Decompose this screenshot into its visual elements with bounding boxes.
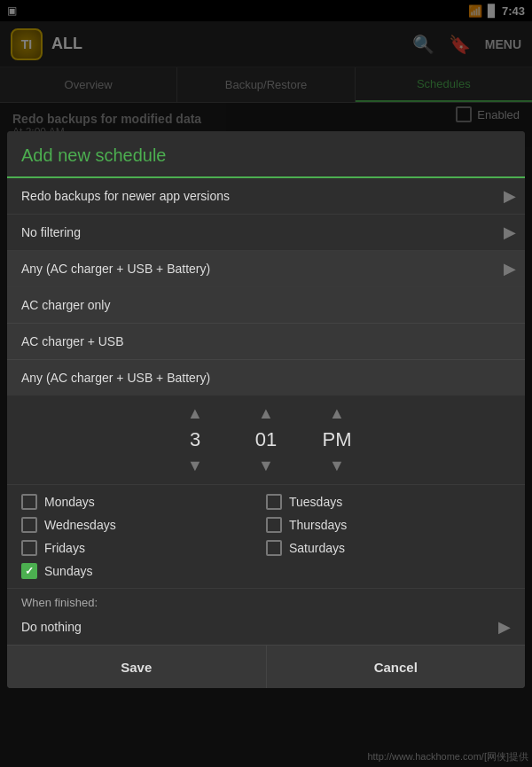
backup-type-row[interactable]: Redo backups for newer app versions ▶ bbox=[7, 178, 525, 215]
when-finished-label: When finished: bbox=[21, 596, 511, 609]
friday-checkbox[interactable] bbox=[21, 540, 37, 556]
day-monday[interactable]: Mondays bbox=[21, 494, 266, 510]
sunday-label: Sundays bbox=[44, 564, 92, 578]
dialog-buttons: Save Cancel bbox=[7, 645, 525, 688]
period-down-arrow[interactable]: ▼ bbox=[329, 455, 345, 477]
filter-label: No filtering bbox=[21, 225, 81, 239]
day-friday[interactable]: Fridays bbox=[21, 540, 266, 556]
when-finished-value: Do nothing bbox=[21, 620, 82, 634]
backup-type-label: Redo backups for newer app versions bbox=[21, 189, 230, 203]
charger-dropdown: AC charger only AC charger + USB Any (AC… bbox=[7, 287, 525, 395]
period-value: PM bbox=[323, 425, 352, 455]
filter-arrow: ▶ bbox=[504, 223, 516, 242]
dialog-title-bar: Add new schedule bbox=[7, 131, 525, 178]
day-tuesday[interactable]: Tuesdays bbox=[266, 494, 511, 510]
wednesday-label: Wednesdays bbox=[44, 518, 116, 532]
thursday-label: Thursdays bbox=[289, 518, 347, 532]
charger-option-2[interactable]: AC charger + USB bbox=[7, 324, 525, 360]
minute-down-arrow[interactable]: ▼ bbox=[258, 455, 274, 477]
charger-type-row[interactable]: Any (AC charger + USB + Battery) ▶ bbox=[7, 251, 525, 287]
saturday-label: Saturdays bbox=[289, 541, 345, 555]
hour-down-arrow[interactable]: ▼ bbox=[187, 455, 203, 477]
add-schedule-dialog: Add new schedule Redo backups for newer … bbox=[7, 131, 525, 688]
minute-up-arrow[interactable]: ▲ bbox=[258, 403, 274, 425]
filter-row[interactable]: No filtering ▶ bbox=[7, 215, 525, 251]
tuesday-label: Tuesdays bbox=[289, 495, 342, 509]
when-finished-arrow: ▶ bbox=[498, 617, 511, 637]
friday-label: Fridays bbox=[44, 541, 85, 555]
days-grid: Mondays Tuesdays Wednesdays Thursdays Fr… bbox=[21, 494, 511, 579]
hour-value: 3 bbox=[190, 425, 200, 455]
cancel-button[interactable]: Cancel bbox=[267, 646, 526, 688]
day-saturday[interactable]: Saturdays bbox=[266, 540, 511, 556]
charger-type-label: Any (AC charger + USB + Battery) bbox=[21, 262, 210, 276]
day-thursday[interactable]: Thursdays bbox=[266, 517, 511, 533]
minute-value: 01 bbox=[255, 425, 277, 455]
hour-column: ▲ 3 ▼ bbox=[160, 403, 231, 477]
monday-label: Mondays bbox=[44, 495, 95, 509]
charger-option-3[interactable]: Any (AC charger + USB + Battery) bbox=[7, 360, 525, 395]
thursday-checkbox[interactable] bbox=[266, 517, 282, 533]
dialog-title: Add new schedule bbox=[21, 145, 511, 166]
day-wednesday[interactable]: Wednesdays bbox=[21, 517, 266, 533]
charger-option-1[interactable]: AC charger only bbox=[7, 287, 525, 324]
charger-type-arrow: ▶ bbox=[504, 259, 516, 278]
monday-checkbox[interactable] bbox=[21, 494, 37, 510]
period-column: ▲ PM ▼ bbox=[301, 403, 372, 477]
save-button[interactable]: Save bbox=[7, 646, 267, 688]
day-sunday[interactable]: Sundays bbox=[21, 563, 266, 579]
when-finished-section: When finished: Do nothing ▶ bbox=[7, 589, 525, 645]
wednesday-checkbox[interactable] bbox=[21, 517, 37, 533]
watermark: http://www.hackhome.com/[网侠]提供 bbox=[367, 750, 528, 763]
saturday-checkbox[interactable] bbox=[266, 540, 282, 556]
sunday-checkbox[interactable] bbox=[21, 563, 37, 579]
time-picker: ▲ 3 ▼ ▲ 01 ▼ ▲ PM ▼ bbox=[7, 395, 525, 485]
backup-type-arrow: ▶ bbox=[504, 186, 516, 206]
days-section: Mondays Tuesdays Wednesdays Thursdays Fr… bbox=[7, 485, 525, 589]
period-up-arrow[interactable]: ▲ bbox=[329, 403, 345, 425]
hour-up-arrow[interactable]: ▲ bbox=[187, 403, 203, 425]
tuesday-checkbox[interactable] bbox=[266, 494, 282, 510]
when-finished-value-row[interactable]: Do nothing ▶ bbox=[21, 613, 511, 641]
minute-column: ▲ 01 ▼ bbox=[231, 403, 301, 477]
